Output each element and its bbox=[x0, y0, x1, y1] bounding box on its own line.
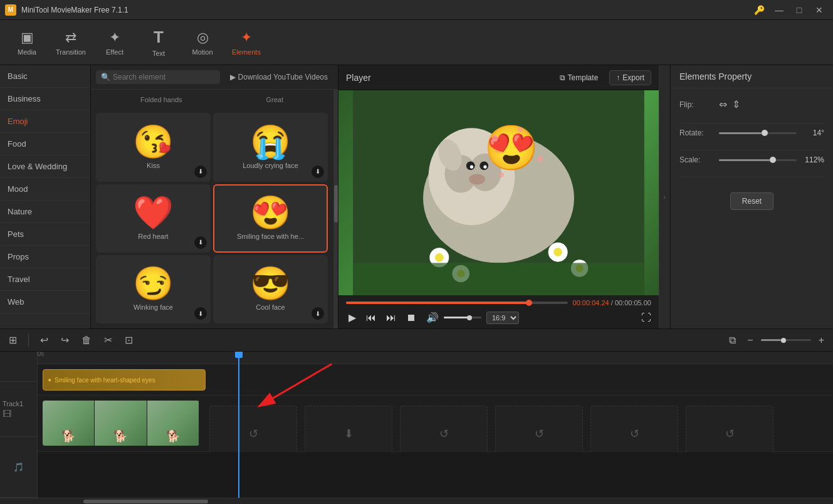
element-loudly-crying[interactable]: 😭 ⬇ Loudly crying face bbox=[213, 113, 328, 181]
element-kiss[interactable]: 😘 ⬇ Kiss bbox=[96, 113, 211, 181]
audio-track-icon: 🎵 bbox=[13, 462, 24, 472]
prev-button[interactable]: ⏮ bbox=[364, 311, 379, 325]
properties-panel: Elements Property Flip: ⇔ ⇕ Rotate: bbox=[670, 65, 833, 328]
player-header-right: ⧉ Template ↑ Export bbox=[553, 70, 651, 85]
timeline-needle[interactable] bbox=[238, 352, 239, 498]
download-icon-1: ⬇ bbox=[344, 427, 354, 441]
category-emoji[interactable]: Emoji bbox=[0, 110, 90, 133]
element-smiling-face[interactable]: 😍 Smiling face with he... bbox=[213, 184, 328, 253]
download-crying-button[interactable]: ⬇ bbox=[312, 165, 324, 178]
timeline-scrollbar-thumb bbox=[83, 500, 208, 503]
toolbar-transition[interactable]: ⇄ Transition bbox=[49, 24, 93, 61]
next-button[interactable]: ⏭ bbox=[384, 311, 399, 325]
elements-scrollbar[interactable] bbox=[333, 90, 338, 328]
scale-slider[interactable] bbox=[719, 159, 797, 161]
fullscreen-button[interactable]: ⛶ bbox=[641, 312, 651, 323]
minimize-button[interactable]: — bbox=[770, 4, 788, 16]
panel-toggle[interactable]: › bbox=[659, 65, 670, 328]
rotate-dot bbox=[762, 130, 768, 136]
play-button[interactable]: ▶ bbox=[346, 310, 359, 325]
main-toolbar: ▣ Media ⇄ Transition ✦ Effect T Text ◎ M… bbox=[0, 20, 833, 65]
download-sunglasses-button[interactable]: ⬇ bbox=[312, 307, 324, 320]
audio-track-row bbox=[38, 452, 833, 498]
category-nature[interactable]: Nature bbox=[0, 201, 90, 223]
app-title: MiniTool MovieMaker Free 7.1.1 bbox=[21, 6, 128, 14]
scale-slider-wrap: 112% bbox=[719, 155, 824, 164]
download-youtube-button[interactable]: ▶ Download YouTube Videos bbox=[225, 70, 333, 84]
element-winking[interactable]: 😏 ⬇ Winking face bbox=[96, 255, 211, 323]
zoom-out-button[interactable]: − bbox=[743, 333, 757, 347]
reset-button[interactable]: Reset bbox=[730, 192, 773, 210]
maximize-button[interactable]: □ bbox=[790, 4, 808, 16]
zoom-in-button[interactable]: + bbox=[815, 333, 828, 347]
template-button[interactable]: ⧉ Template bbox=[553, 70, 605, 85]
category-basic[interactable]: Basic bbox=[0, 65, 90, 88]
toolbar-effect[interactable]: ✦ Effect bbox=[93, 24, 137, 61]
elements-icon: ✦ bbox=[241, 29, 252, 46]
download-label: Download YouTube Videos bbox=[238, 73, 328, 81]
download-kiss-button[interactable]: ⬇ bbox=[194, 165, 207, 178]
category-travel[interactable]: Travel bbox=[0, 268, 90, 291]
cut-button[interactable]: ✂ bbox=[100, 333, 116, 347]
split-view-icon[interactable]: ⧉ bbox=[725, 333, 740, 347]
track-element-smiling[interactable]: ✦ Smiling face with heart-shaped eyes bbox=[43, 369, 206, 391]
crop-button[interactable]: ⊡ bbox=[121, 333, 137, 347]
video-thumb-2: 🐕 bbox=[95, 401, 147, 446]
flip-icons: ⇔ ⇕ bbox=[719, 98, 740, 110]
elements-track-row: ✦ Smiling face with heart-shaped eyes bbox=[38, 364, 833, 396]
track-element-icon: ✦ bbox=[47, 377, 52, 384]
ratio-select[interactable]: 16:9 4:3 1:1 bbox=[486, 312, 519, 324]
volume-bar[interactable] bbox=[444, 317, 481, 318]
scale-label: Scale: bbox=[679, 155, 714, 164]
svg-point-13 bbox=[435, 253, 444, 262]
track-element-label: Smiling face with heart-shaped eyes bbox=[55, 377, 155, 384]
toolbar-elements[interactable]: ✦ Elements bbox=[224, 24, 268, 61]
category-web[interactable]: Web bbox=[0, 291, 90, 313]
volume-control: 🔊 bbox=[424, 310, 481, 325]
search-input[interactable] bbox=[113, 73, 215, 81]
crying-label: Loudly crying face bbox=[243, 162, 298, 169]
category-props[interactable]: Props bbox=[0, 246, 90, 268]
close-button[interactable]: ✕ bbox=[810, 4, 828, 16]
player-controls: 00:00:04.24 / 00:00:05.00 ▶ ⏮ ⏭ ⏹ 🔊 bbox=[338, 295, 659, 328]
category-mood[interactable]: Mood bbox=[0, 178, 90, 201]
element-sunglasses[interactable]: 😎 ⬇ Cool face bbox=[213, 255, 328, 323]
progress-bar[interactable] bbox=[346, 302, 568, 304]
zoom-fill bbox=[761, 339, 781, 341]
category-food[interactable]: Food bbox=[0, 133, 90, 155]
media-icon: ▣ bbox=[21, 29, 34, 46]
category-love-wedding[interactable]: Love & Wedding bbox=[0, 155, 90, 178]
zoom-bar[interactable] bbox=[761, 339, 811, 341]
category-pets[interactable]: Pets bbox=[0, 223, 90, 246]
flip-vertical-icon[interactable]: ⇕ bbox=[732, 98, 740, 110]
redo-button[interactable]: ↪ bbox=[57, 333, 73, 347]
download-winking-button[interactable]: ⬇ bbox=[194, 307, 207, 320]
app-icon: M bbox=[5, 4, 16, 16]
delete-button[interactable]: 🗑 bbox=[78, 333, 95, 347]
add-track-button[interactable]: ⊞ bbox=[5, 333, 21, 347]
player-panel: Player ⧉ Template ↑ Export bbox=[338, 65, 659, 328]
zoom-bar-wrap bbox=[761, 339, 811, 341]
volume-icon[interactable]: 🔊 bbox=[424, 310, 441, 325]
export-button[interactable]: ↑ Export bbox=[609, 70, 651, 85]
rotate-slider[interactable] bbox=[719, 132, 797, 134]
download-heart-button[interactable]: ⬇ bbox=[194, 236, 207, 249]
key-button[interactable]: 🔑 bbox=[750, 4, 768, 16]
stop-button[interactable]: ⏹ bbox=[404, 311, 419, 325]
toolbar-motion[interactable]: ◎ Motion bbox=[181, 24, 224, 61]
flip-horizontal-icon[interactable]: ⇔ bbox=[719, 98, 727, 110]
effect-label: Effect bbox=[106, 48, 123, 56]
element-red-heart[interactable]: ❤️ ⬇ Red heart bbox=[96, 184, 211, 253]
text-label: Text bbox=[152, 50, 165, 57]
time-total: 00:00:05.00 bbox=[615, 299, 651, 307]
kiss-emoji: 😘 bbox=[133, 125, 174, 158]
properties-body: Flip: ⇔ ⇕ Rotate: 14° bbox=[671, 88, 833, 328]
undo-button[interactable]: ↩ bbox=[36, 333, 52, 347]
search-input-wrap[interactable]: 🔍 bbox=[96, 70, 220, 84]
timeline-scrollbar[interactable] bbox=[0, 498, 833, 504]
toolbar-media[interactable]: ▣ Media bbox=[5, 24, 49, 61]
export-label: Export bbox=[622, 73, 644, 82]
category-business[interactable]: Business bbox=[0, 88, 90, 110]
toolbar-text[interactable]: T Text bbox=[137, 24, 181, 61]
track1-label: Track1 🎞 bbox=[0, 382, 37, 437]
